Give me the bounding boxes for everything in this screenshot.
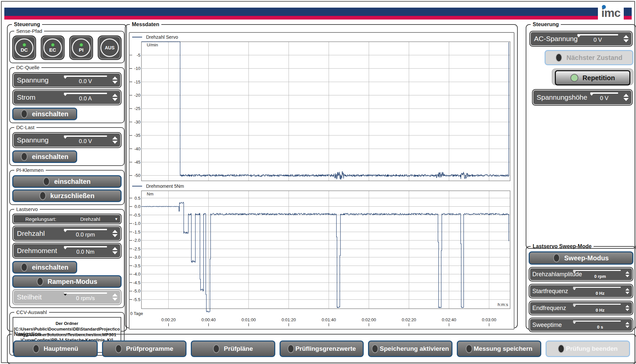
- svg-text:-50: -50: [134, 173, 140, 178]
- led-green-icon: [80, 43, 83, 47]
- ccv-auswahl-title: CCV-Auswahl: [14, 309, 49, 315]
- rampen-modus-label: Rampen-Modus: [48, 278, 97, 286]
- spinner-arrows-icon[interactable]: [112, 77, 118, 84]
- led-indicator-icon: [213, 344, 220, 353]
- nav-hauptmenu-button[interactable]: Hauptmenü: [13, 340, 98, 357]
- nav-pruefplaene-button[interactable]: Prüfpläne: [191, 340, 275, 357]
- nav-pruefprogramme-button[interactable]: Prüfprogramme: [102, 340, 186, 357]
- naechster-zustand-label: Nächster Zustand: [566, 54, 622, 62]
- endfrequenz-spinner[interactable]: Endfrequenz 0 Hz: [529, 301, 633, 315]
- slider-track[interactable]: [573, 321, 621, 322]
- spinner-arrows-icon[interactable]: [625, 305, 629, 311]
- spinner-arrows-icon[interactable]: [623, 94, 629, 101]
- sweeptime-spinner[interactable]: Sweeptime 0 s: [529, 318, 633, 332]
- sense-ec-button[interactable]: EC: [41, 35, 65, 60]
- ac-spannung-spinner[interactable]: AC-Spannung 0 V: [529, 31, 633, 47]
- dcq-spannung-spinner[interactable]: Spannung 0.0 V: [12, 72, 122, 88]
- led-green-icon: [570, 74, 578, 82]
- sweeptime-value: 0 s: [579, 325, 621, 330]
- chart1-legend-label: Drehzahl Servo: [146, 34, 178, 40]
- slider-track[interactable]: [573, 304, 621, 305]
- ac-spannung-value: 0 V: [577, 37, 618, 43]
- steilheit-value: 0 rpm/s: [64, 295, 107, 302]
- sense-pi-button[interactable]: PI: [69, 35, 93, 60]
- nav-messung-speichern-button[interactable]: Messung speichern: [457, 340, 541, 357]
- drehzahl-spinner[interactable]: Drehzahl 0.0 rpm: [12, 226, 122, 241]
- slider-track[interactable]: [64, 292, 107, 294]
- ls-einschalten-button[interactable]: einschalten: [12, 261, 77, 274]
- slider-track[interactable]: [577, 34, 618, 35]
- regelungsart-dropdown[interactable]: Regelungsart: Drehzahl ▼: [12, 214, 122, 224]
- svg-text:h:m:s: h:m:s: [498, 302, 508, 307]
- lastservo-title: Lastservo: [14, 206, 40, 212]
- pik-einschalten-button[interactable]: einschalten: [12, 175, 122, 188]
- spinner-arrows-icon[interactable]: [112, 293, 118, 301]
- svg-text:-20: -20: [134, 93, 140, 98]
- dcq-spannung-label: Spannung: [17, 76, 49, 84]
- legend-line-icon: [132, 37, 142, 37]
- drehmoment-label: Drehmoment: [17, 247, 57, 255]
- slider-track[interactable]: [64, 246, 107, 247]
- spinner-arrows-icon[interactable]: [112, 94, 118, 101]
- sense-ec-circle-icon: EC: [43, 38, 62, 57]
- sweep-panel-title: Lastservo Sweep-Mode: [531, 243, 594, 249]
- spinner-arrows-icon[interactable]: [625, 322, 629, 328]
- dcq-strom-spinner[interactable]: Strom 0.0 A: [12, 89, 122, 105]
- pik-kurzschliessen-button[interactable]: kurzschließen: [12, 189, 122, 202]
- svg-text:-3.5: -3.5: [133, 263, 140, 268]
- sense-pfad-buttons: DC EC PI AUS: [12, 34, 122, 62]
- spinner-arrows-icon[interactable]: [623, 35, 629, 42]
- spannungshoehe-spinner[interactable]: Spannungshöhe 0 V: [532, 89, 633, 106]
- chart2-legend-label: Drehmoment 5Nm: [146, 183, 184, 189]
- slider-track[interactable]: [573, 270, 621, 271]
- svg-text:-4.0: -4.0: [133, 272, 140, 277]
- sweep-modus-button[interactable]: Sweep-Modus: [529, 251, 633, 265]
- navigation-panel: Navigation Hauptmenü Prüfprogramme Prüfp…: [7, 331, 636, 364]
- rampen-modus-button[interactable]: Rampen-Modus: [12, 275, 122, 288]
- right-steuerung-panel: Steuerung AC-Spannung 0 V Nächster Zusta…: [526, 22, 636, 249]
- repetition-button[interactable]: Repetition: [552, 69, 633, 85]
- dc-quelle-title: DC-Quelle: [14, 65, 41, 70]
- slider-track[interactable]: [573, 287, 621, 288]
- startfrequenz-spinner[interactable]: Startfrequenz 0 Hz: [529, 284, 633, 298]
- nav-pruefung-beenden-button[interactable]: Prüfung beenden: [546, 340, 630, 357]
- spinner-arrows-icon[interactable]: [112, 247, 118, 254]
- slider-track[interactable]: [64, 135, 107, 137]
- sense-dc-button[interactable]: DC: [12, 35, 36, 60]
- naechster-zustand-button[interactable]: Nächster Zustand: [545, 50, 633, 65]
- spinner-arrows-icon[interactable]: [112, 230, 118, 237]
- spinner-arrows-icon[interactable]: [625, 288, 629, 294]
- svg-text:0:00:40: 0:00:40: [201, 317, 216, 322]
- sense-aus-button[interactable]: AUS: [98, 35, 122, 60]
- spinner-arrows-icon[interactable]: [112, 136, 118, 144]
- svg-text:0:01:40: 0:01:40: [322, 317, 336, 322]
- sense-dc-label: DC: [21, 47, 28, 53]
- navigation-buttons: Hauptmenü Prüfprogramme Prüfpläne Prüfli…: [9, 338, 634, 357]
- dcl-einschalten-button[interactable]: einschalten: [12, 150, 77, 163]
- nav-speicherung-aktivieren-button[interactable]: Speicherung aktivieren: [368, 340, 452, 357]
- svg-text:-1.5: -1.5: [133, 230, 140, 234]
- slider-track[interactable]: [64, 76, 107, 77]
- svg-text:0:02:20: 0:02:20: [402, 317, 416, 322]
- svg-text:-1.0: -1.0: [133, 221, 140, 226]
- right-panel-title: Steuerung: [531, 22, 561, 27]
- drehmoment-spinner[interactable]: Drehmoment 0.0 Nm: [12, 243, 122, 259]
- led-indicator-icon: [556, 53, 562, 62]
- slider-track[interactable]: [64, 229, 107, 230]
- svg-text:-0.5: -0.5: [133, 213, 140, 218]
- endfrequenz-label: Endfrequenz: [532, 305, 566, 312]
- app-window: imc Steuerung Sense-Pfad DC EC: [1, 1, 635, 363]
- slider-track[interactable]: [64, 93, 107, 94]
- spinner-arrows-icon[interactable]: [625, 271, 629, 277]
- slider-track[interactable]: [590, 92, 618, 94]
- sense-aus-label: AUS: [105, 45, 115, 50]
- svg-text:-35: -35: [134, 133, 140, 138]
- dcq-einschalten-button[interactable]: einschalten: [12, 108, 77, 120]
- chevron-down-icon[interactable]: ▼: [112, 217, 121, 221]
- steilheit-spinner[interactable]: Steilheit 0 rpm/s: [12, 289, 122, 305]
- dcl-spannung-spinner[interactable]: Spannung 0.0 V: [12, 132, 122, 148]
- drehzahlamplitude-spinner[interactable]: Drehzahlamplitude 0 rpm: [529, 267, 633, 282]
- nav-prueflingsgrenzwerte-button[interactable]: Prüflingsgrenzwerte: [280, 340, 364, 357]
- sense-pfad-title: Sense-Pfad: [14, 28, 44, 34]
- dcl-spannung-value: 0.0 V: [64, 138, 107, 145]
